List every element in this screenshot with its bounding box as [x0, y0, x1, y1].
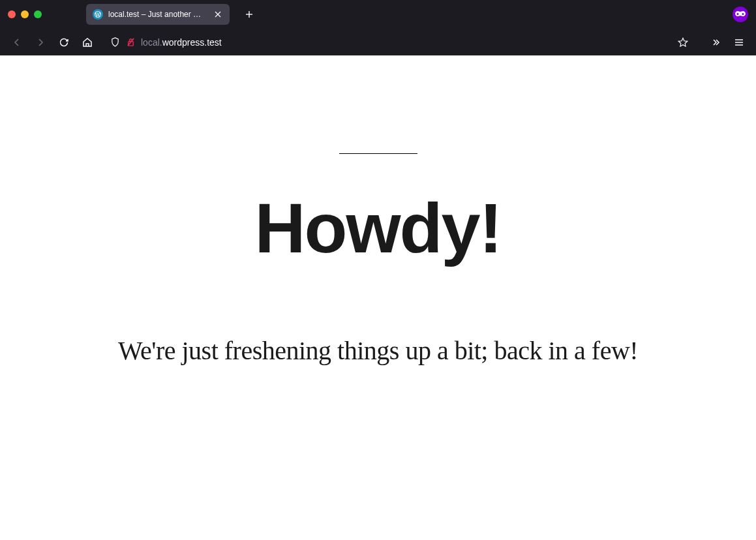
window-controls — [8, 10, 42, 18]
tab-bar: local.test – Just another WordP — [0, 0, 756, 29]
wordpress-icon — [93, 9, 103, 20]
url-text: local.wordpress.test — [141, 37, 667, 48]
browser-toolbar: local.wordpress.test — [0, 29, 756, 55]
address-bar[interactable]: local.wordpress.test — [104, 32, 699, 53]
private-browsing-icon — [733, 7, 748, 22]
page-subheading: We're just freshening things up a bit; b… — [118, 335, 638, 366]
reload-button[interactable] — [53, 32, 74, 53]
page-heading: Howdy! — [255, 193, 502, 263]
shield-icon — [110, 37, 120, 48]
menu-button[interactable] — [729, 32, 749, 53]
forward-button[interactable] — [30, 32, 51, 53]
page-content: Howdy! We're just freshening things up a… — [0, 55, 756, 540]
new-tab-button[interactable] — [240, 5, 258, 23]
minimize-window-button[interactable] — [21, 10, 29, 18]
browser-chrome: local.test – Just another WordP — [0, 0, 756, 55]
close-window-button[interactable] — [8, 10, 16, 18]
bookmark-button[interactable] — [673, 32, 693, 53]
insecure-lock-icon — [125, 37, 136, 48]
overflow-button[interactable] — [705, 32, 726, 53]
browser-tab[interactable]: local.test – Just another WordP — [86, 4, 230, 25]
tab-title: local.test – Just another WordP — [108, 10, 207, 19]
divider — [339, 153, 417, 154]
home-button[interactable] — [77, 32, 98, 53]
back-button[interactable] — [7, 32, 27, 53]
close-tab-button[interactable] — [213, 9, 223, 20]
maximize-window-button[interactable] — [34, 10, 42, 18]
